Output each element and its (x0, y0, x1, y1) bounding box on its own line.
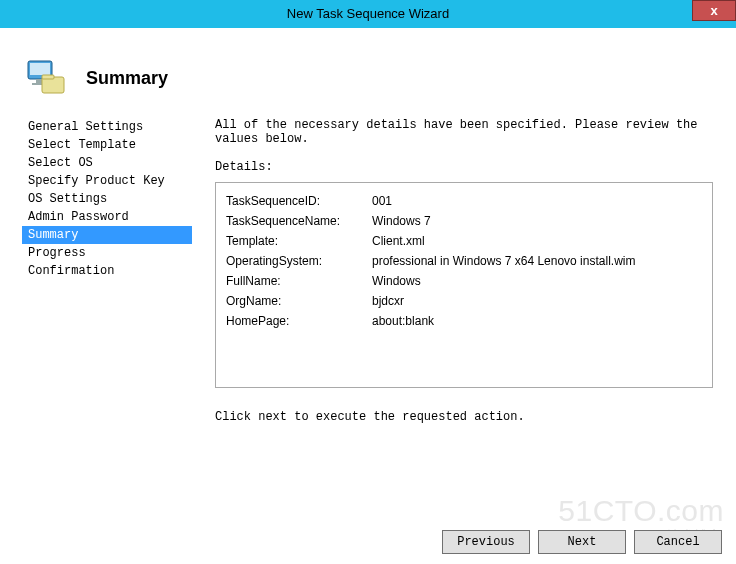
detail-row: OperatingSystem:professional in Windows … (226, 251, 702, 271)
detail-value: Windows (372, 271, 702, 291)
detail-row: TaskSequenceName:Windows 7 (226, 211, 702, 231)
svg-rect-5 (42, 75, 54, 79)
client-area: Summary General SettingsSelect TemplateS… (0, 28, 736, 564)
wizard-icon (22, 55, 68, 101)
sidebar-item-confirmation[interactable]: Confirmation (22, 262, 192, 280)
detail-key: FullName: (226, 271, 372, 291)
detail-value: bjdcxr (372, 291, 702, 311)
sidebar-item-os-settings[interactable]: OS Settings (22, 190, 192, 208)
detail-key: OrgName: (226, 291, 372, 311)
svg-rect-1 (30, 63, 50, 75)
detail-value: Client.xml (372, 231, 702, 251)
page-title: Summary (86, 68, 168, 89)
titlebar: New Task Sequence Wizard x (0, 0, 736, 28)
details-label: Details: (215, 160, 724, 174)
sidebar-item-select-template[interactable]: Select Template (22, 136, 192, 154)
sidebar-item-specify-product-key[interactable]: Specify Product Key (22, 172, 192, 190)
detail-key: TaskSequenceName: (226, 211, 372, 231)
detail-value: 001 (372, 191, 702, 211)
sidebar-item-select-os[interactable]: Select OS (22, 154, 192, 172)
next-button[interactable]: Next (538, 530, 626, 554)
intro-text: All of the necessary details have been s… (215, 118, 724, 146)
detail-value: about:blank (372, 311, 702, 331)
close-button[interactable]: x (692, 0, 736, 21)
detail-key: OperatingSystem: (226, 251, 372, 271)
detail-row: FullName:Windows (226, 271, 702, 291)
cancel-button[interactable]: Cancel (634, 530, 722, 554)
detail-key: HomePage: (226, 311, 372, 331)
button-row: Previous Next Cancel (442, 530, 722, 554)
detail-key: TaskSequenceID: (226, 191, 372, 211)
detail-value: professional in Windows 7 x64 Lenovo ins… (372, 251, 702, 271)
footer-instruction: Click next to execute the requested acti… (215, 410, 724, 424)
detail-row: TaskSequenceID:001 (226, 191, 702, 211)
detail-row: Template:Client.xml (226, 231, 702, 251)
previous-button[interactable]: Previous (442, 530, 530, 554)
sidebar: General SettingsSelect TemplateSelect OS… (22, 118, 192, 280)
content-area: All of the necessary details have been s… (215, 118, 724, 564)
sidebar-item-general-settings[interactable]: General Settings (22, 118, 192, 136)
detail-key: Template: (226, 231, 372, 251)
detail-row: HomePage:about:blank (226, 311, 702, 331)
title-text: New Task Sequence Wizard (287, 6, 449, 21)
sidebar-item-summary[interactable]: Summary (22, 226, 192, 244)
details-box: TaskSequenceID:001TaskSequenceName:Windo… (215, 182, 713, 388)
header: Summary (0, 28, 736, 110)
detail-row: OrgName:bjdcxr (226, 291, 702, 311)
detail-value: Windows 7 (372, 211, 702, 231)
sidebar-item-progress[interactable]: Progress (22, 244, 192, 262)
sidebar-item-admin-password[interactable]: Admin Password (22, 208, 192, 226)
